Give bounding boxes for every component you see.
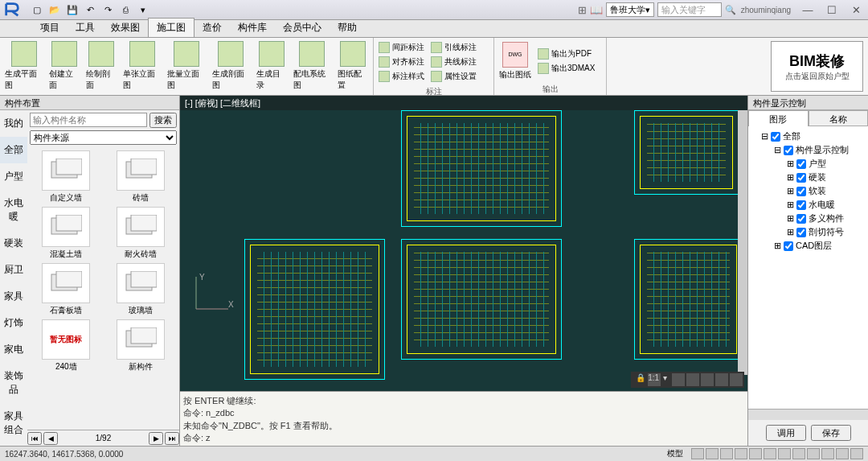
app-logo[interactable] — [0, 0, 24, 20]
category-item[interactable]: 我的 — [0, 110, 27, 137]
horizontal-scrollbar[interactable] — [748, 409, 868, 420]
st-icon[interactable] — [706, 448, 719, 459]
viewport[interactable]: [-] [俯视] [二维线框] YX 🔒 1:1 ▾ 按 ENTER 键继续: … — [180, 96, 747, 446]
vt-icon[interactable] — [730, 373, 743, 386]
ribbon-button[interactable]: 生成目录 — [253, 39, 290, 93]
qat-dropdown-icon[interactable]: ▾ — [137, 3, 149, 16]
tree-node[interactable]: ⊞ CAD图层 — [751, 239, 865, 253]
ribbon-button[interactable]: 绘制剖面 — [83, 39, 120, 93]
pager-last[interactable]: ⏭ — [165, 432, 179, 445]
category-item[interactable]: 家具 — [0, 283, 27, 310]
st-icon[interactable] — [691, 448, 704, 459]
pager-next[interactable]: ▶ — [149, 432, 163, 445]
canvas[interactable]: YX — [180, 110, 747, 391]
component-thumb[interactable]: 砖墙 — [105, 150, 177, 204]
vertical-scrollbar[interactable] — [738, 110, 747, 375]
ribbon-button[interactable]: 配电系统图 — [290, 39, 334, 93]
ribbon-button-sm[interactable]: 间距标注 — [377, 41, 426, 54]
save-button[interactable]: 保存 — [811, 425, 851, 441]
tree-node[interactable]: ⊟ 全部 — [751, 130, 865, 143]
qat-print-icon[interactable]: ⎙ — [119, 3, 132, 16]
grid-icon[interactable]: ⊞ — [578, 4, 587, 16]
close-button[interactable]: ✕ — [844, 1, 868, 19]
st-icon[interactable] — [850, 448, 863, 459]
category-item[interactable]: 厨卫 — [0, 257, 27, 283]
ribbon-button-sm[interactable]: 输出3DMAX — [536, 62, 596, 75]
component-thumb[interactable]: 混凝土墙 — [31, 207, 102, 260]
tree-node[interactable]: ⊞ 硬装 — [751, 171, 865, 184]
st-icon[interactable] — [807, 448, 820, 459]
search-button[interactable]: 搜索 — [149, 113, 177, 128]
tab-name[interactable]: 名称 — [809, 110, 869, 126]
st-icon[interactable] — [735, 448, 747, 459]
vt-icon[interactable] — [672, 373, 685, 386]
vt-icon[interactable] — [715, 373, 728, 386]
st-icon[interactable] — [778, 448, 791, 459]
tab-construction[interactable]: 施工图 — [148, 18, 194, 37]
ribbon-button[interactable]: 图纸配置 — [334, 39, 371, 93]
command-line[interactable]: 按 ENTER 键继续: 命令: n_zdbc 未知命令"N_ZDBC"。按 F… — [180, 391, 747, 446]
minimize-button[interactable]: — — [796, 1, 820, 19]
st-icon[interactable] — [720, 448, 733, 459]
qat-redo-icon[interactable]: ↷ — [101, 3, 114, 16]
university-combo[interactable]: 鲁班大学 ▾ — [606, 2, 654, 17]
component-search-input[interactable] — [30, 113, 147, 127]
floorplan[interactable] — [634, 110, 739, 195]
export-drawing-button[interactable]: DWG 输出图纸 — [496, 40, 534, 82]
category-item[interactable]: 全部 — [0, 137, 27, 163]
source-select[interactable]: 构件来源 — [30, 130, 177, 145]
tab-render[interactable]: 效果图 — [103, 19, 148, 37]
component-thumb[interactable]: 耐火砖墙 — [105, 207, 177, 260]
tree-node[interactable]: ⊞ 户型 — [751, 157, 865, 171]
tab-member[interactable]: 会员中心 — [275, 19, 330, 37]
category-item[interactable]: 水电暖 — [0, 190, 27, 230]
st-icon[interactable] — [836, 448, 849, 459]
category-item[interactable]: 灯饰 — [0, 310, 27, 336]
search-icon[interactable]: 🔍 — [725, 5, 736, 15]
bim-return-button[interactable]: BIM装修 点击返回原始户型 — [771, 41, 863, 92]
tab-components[interactable]: 构件库 — [230, 19, 275, 37]
component-thumb[interactable]: 石膏板墙 — [31, 263, 102, 316]
ribbon-button[interactable]: 生成剖面图 — [209, 39, 253, 93]
floorplan[interactable] — [401, 110, 562, 227]
category-item[interactable]: 装饰品 — [0, 363, 27, 403]
qat-new-icon[interactable]: ▢ — [31, 3, 43, 16]
component-thumb[interactable]: 暂无图标240墙 — [31, 319, 102, 373]
category-item[interactable]: 家具组合 — [0, 403, 27, 443]
category-item[interactable]: 硬装 — [0, 230, 27, 257]
load-button[interactable]: 调用 — [766, 425, 806, 441]
pager-first[interactable]: ⏮ — [27, 432, 42, 445]
tree-node[interactable]: ⊞ 软装 — [751, 184, 865, 198]
ribbon-button[interactable]: 创建立面 — [46, 39, 83, 93]
floorplan[interactable] — [244, 239, 385, 380]
floorplan[interactable] — [401, 239, 562, 360]
tree-node[interactable]: ⊞ 剖切符号 — [751, 225, 865, 239]
qat-save-icon[interactable]: 💾 — [66, 3, 79, 16]
maximize-button[interactable]: ☐ — [820, 1, 844, 19]
model-label[interactable]: 模型 — [667, 448, 683, 459]
ribbon-button[interactable]: 生成平面图 — [2, 39, 46, 93]
ribbon-button-sm[interactable]: 标注样式 — [377, 70, 426, 83]
component-thumb[interactable]: 新构件 — [105, 319, 177, 373]
tab-tools[interactable]: 工具 — [68, 19, 103, 37]
qat-undo-icon[interactable]: ↶ — [84, 3, 96, 16]
ribbon-button-sm[interactable]: 共线标注 — [429, 56, 478, 68]
vt-icon[interactable] — [701, 373, 714, 386]
ribbon-button-sm[interactable]: 引线标注 — [429, 41, 478, 54]
book-icon[interactable]: 📖 — [590, 4, 603, 16]
ribbon-button[interactable]: 单张立面图 — [120, 39, 164, 93]
scale-label[interactable]: 🔒 1:1 ▾ — [633, 373, 670, 386]
category-item[interactable]: 云构件库 — [0, 443, 27, 446]
qat-open-icon[interactable]: 📂 — [48, 3, 61, 16]
floorplan[interactable] — [634, 239, 743, 360]
category-item[interactable]: 户型 — [0, 163, 27, 190]
visibility-tree[interactable]: ⊟ 全部 ⊟ 构件显示控制 ⊞ 户型⊞ 硬装⊞ 软装⊞ 水电暖⊞ 多义构件⊞ 剖… — [748, 126, 868, 409]
ribbon-button-sm[interactable]: 输出为PDF — [536, 47, 596, 60]
keyword-search[interactable]: 输入关键字 — [657, 2, 722, 17]
tab-help[interactable]: 帮助 — [330, 19, 365, 37]
tab-graphic[interactable]: 图形 — [748, 110, 809, 126]
st-icon[interactable] — [821, 448, 834, 459]
tree-node[interactable]: ⊟ 构件显示控制 — [751, 143, 865, 157]
st-icon[interactable] — [792, 448, 805, 459]
tree-node[interactable]: ⊞ 多义构件 — [751, 212, 865, 225]
